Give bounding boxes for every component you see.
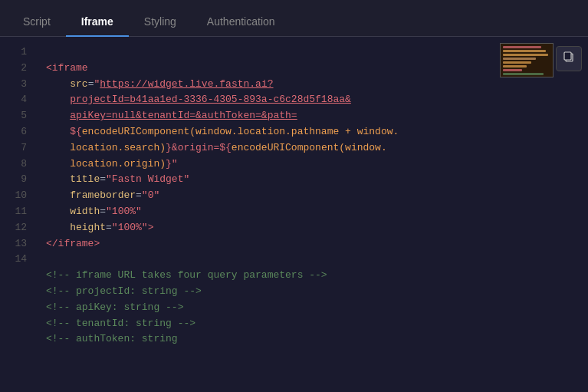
- tab-bar: Script Iframe Styling Authentication: [0, 0, 588, 37]
- tab-script[interactable]: Script: [8, 8, 66, 37]
- code-line-14: <!-- authToken: string: [42, 331, 588, 348]
- code-line-9: [42, 252, 588, 268]
- code-line-6: width="100%": [42, 204, 588, 220]
- code-line-13: <!-- tenantId: string -->: [42, 316, 588, 332]
- code-line-3a: src="https://widget.live.fastn.ai?: [42, 77, 588, 93]
- tab-styling[interactable]: Styling: [129, 8, 192, 37]
- code-line-8: </iframe>: [42, 236, 588, 252]
- tab-authentication[interactable]: Authentication: [192, 8, 291, 37]
- line-numbers: 1 2 3 4 5 6 7 8 9 10 11 12 13 14: [0, 37, 38, 392]
- code-content: <iframe src="https://widget.live.fastn.a…: [38, 37, 588, 392]
- code-line-10: <!-- iframe URL takes four query paramet…: [42, 268, 588, 284]
- copy-button[interactable]: [556, 46, 582, 71]
- svg-rect-1: [564, 52, 571, 60]
- code-line-2: <iframe: [42, 61, 588, 77]
- code-line-1: [42, 44, 588, 61]
- code-line-3f: location.origin)}": [42, 156, 588, 173]
- code-line-3e: location.search)}&origin=${encodeURIComp…: [42, 140, 588, 156]
- code-line-11: <!-- projectId: string -->: [42, 284, 588, 300]
- code-line-5: frameborder="0": [42, 188, 588, 204]
- code-line-3b: projectId=b41aa1ed-3336-4305-893a-c6c28d…: [42, 92, 588, 108]
- code-line-12: <!-- apiKey: string -->: [42, 300, 588, 316]
- code-line-4: title="Fastn Widget": [42, 172, 588, 188]
- code-area: 1 2 3 4 5 6 7 8 9 10 11 12 13 14 <iframe…: [0, 37, 588, 392]
- code-line-7: height="100%">: [42, 220, 588, 236]
- tab-iframe[interactable]: Iframe: [66, 8, 129, 37]
- code-line-3c: apiKey=null&tenantId=&authToken=&path=: [42, 108, 588, 124]
- code-line-3d: ${encodeURIComponent(window.location.pat…: [42, 124, 588, 140]
